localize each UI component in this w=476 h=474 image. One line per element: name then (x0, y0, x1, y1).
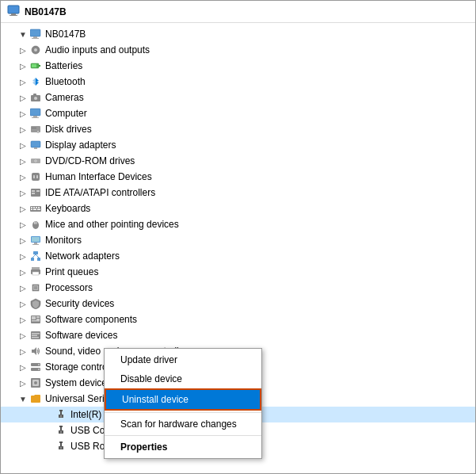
tree-security[interactable]: ▷ Security devices (1, 296, 475, 312)
ctx-update-driver[interactable]: Update driver (105, 350, 261, 369)
tree-batteries[interactable]: ▷ Batteries (1, 58, 475, 74)
display-expand[interactable]: ▷ (17, 139, 29, 151)
monitors-expand[interactable]: ▷ (17, 234, 29, 247)
device-tree[interactable]: ▼ NB0147B ▷ Audio inputs and outputs ▷ B… (1, 23, 475, 473)
softdev-label: Software devices (45, 330, 117, 341)
processor-icon (29, 281, 42, 294)
network-label: Network adapters (45, 250, 120, 262)
tree-softcomp[interactable]: ▷ Software components (1, 312, 475, 327)
tree-audio[interactable]: ▷ Audio inputs and outputs (1, 42, 475, 58)
svg-rect-23 (34, 147, 37, 149)
usb-root-icon (55, 440, 67, 453)
tree-dvd[interactable]: ▷ DVD/CD-ROM drives (1, 153, 475, 169)
tree-ide[interactable]: ▷ IDE ATA/ATAPI controllers (1, 185, 475, 201)
sound-expand[interactable]: ▷ (17, 345, 29, 357)
usb-com-icon (55, 424, 67, 437)
softcomp-icon (29, 313, 42, 326)
security-expand[interactable]: ▷ (17, 297, 29, 310)
svg-rect-4 (33, 36, 37, 38)
svg-rect-84 (59, 442, 63, 443)
svg-rect-62 (32, 316, 36, 319)
svg-rect-60 (34, 286, 37, 289)
computer-icon (7, 4, 20, 19)
ctx-disable-device[interactable]: Disable device (105, 369, 261, 388)
usb-device-icon (55, 408, 67, 421)
network-icon (29, 250, 42, 262)
dvd-expand[interactable]: ▷ (17, 155, 29, 167)
root-icon (29, 28, 42, 40)
ctx-scan-changes[interactable]: Scan for hardware changes (105, 415, 261, 434)
disk-expand[interactable]: ▷ (17, 123, 29, 136)
svg-rect-3 (30, 29, 40, 36)
usb-root-expand: ▷ (42, 440, 55, 453)
ide-label: IDE ATA/ATAPI controllers (45, 187, 155, 198)
tree-cameras[interactable]: ▷ Cameras (1, 90, 475, 105)
softdev-expand[interactable]: ▷ (17, 329, 29, 342)
monitor-icon (29, 234, 42, 247)
tree-disk[interactable]: ▷ Disk drives (1, 121, 475, 137)
hid-icon (29, 170, 42, 183)
svg-point-80 (60, 415, 63, 418)
tree-mice[interactable]: ▷ Mice and other pointing devices (1, 216, 475, 232)
tree-processors[interactable]: ▷ Processors (1, 280, 475, 296)
mice-expand[interactable]: ▷ (17, 218, 29, 231)
svg-rect-49 (32, 244, 39, 245)
tree-keyboards[interactable]: ▷ Keyboards (1, 201, 475, 216)
svg-rect-16 (30, 109, 40, 116)
audio-icon (29, 44, 42, 56)
bluetooth-label: Bluetooth (45, 76, 86, 87)
svg-rect-32 (32, 193, 35, 194)
svg-point-74 (38, 369, 40, 370)
svg-rect-2 (10, 15, 17, 16)
svg-point-7 (34, 48, 37, 52)
tree-monitors[interactable]: ▷ Monitors (1, 232, 475, 248)
audio-expand[interactable]: ▷ (17, 44, 29, 56)
svg-rect-51 (31, 258, 34, 261)
tree-print[interactable]: ▷ Print queues (1, 264, 475, 280)
bluetooth-expand[interactable]: ▷ (17, 75, 29, 88)
batteries-expand[interactable]: ▷ (17, 59, 29, 72)
softcomp-expand[interactable]: ▷ (17, 313, 29, 326)
cameras-expand[interactable]: ▷ (17, 91, 29, 104)
dvd-icon (29, 155, 42, 167)
svg-rect-18 (32, 117, 39, 118)
tree-display[interactable]: ▷ Display adapters (1, 137, 475, 153)
svg-rect-36 (33, 207, 35, 208)
svg-rect-39 (31, 209, 32, 211)
tree-hid[interactable]: ▷ Human Interface Devices (1, 169, 475, 185)
tree-bluetooth[interactable]: ▷ Bluetooth (1, 74, 475, 90)
svg-rect-17 (33, 116, 37, 117)
ctx-properties[interactable]: Properties (105, 438, 261, 457)
svg-rect-78 (59, 410, 63, 411)
computer-expand[interactable]: ▷ (17, 107, 29, 120)
svg-rect-40 (33, 209, 36, 211)
network-expand[interactable]: ▷ (17, 250, 29, 262)
processors-label: Processors (45, 282, 93, 293)
storage-expand[interactable]: ▷ (17, 361, 29, 373)
keyboards-expand[interactable]: ▷ (17, 202, 29, 215)
mouse-icon (29, 218, 42, 231)
svg-point-14 (34, 97, 38, 101)
root-expand[interactable]: ▼ (17, 28, 29, 40)
svg-rect-85 (60, 443, 62, 446)
usb-expand[interactable]: ▼ (17, 392, 29, 405)
tree-computer[interactable]: ▷ Computer (1, 105, 475, 121)
svg-rect-68 (32, 335, 37, 337)
security-label: Security devices (45, 298, 114, 309)
ide-expand[interactable]: ▷ (17, 186, 29, 199)
tree-softdev[interactable]: ▷ Software devices (1, 327, 475, 343)
print-expand[interactable]: ▷ (17, 266, 29, 278)
svg-rect-10 (32, 64, 36, 67)
tree-network[interactable]: ▷ Network adapters (1, 248, 475, 264)
processors-expand[interactable]: ▷ (17, 281, 29, 294)
svg-rect-28 (33, 175, 35, 178)
security-icon (29, 297, 42, 310)
svg-rect-5 (32, 38, 39, 39)
cameras-label: Cameras (45, 92, 84, 103)
display-icon (29, 139, 42, 151)
svg-rect-81 (59, 426, 63, 427)
sysdev-expand[interactable]: ▷ (17, 377, 29, 389)
tree-root[interactable]: ▼ NB0147B (1, 26, 475, 42)
ctx-uninstall-device[interactable]: Uninstall device (105, 388, 261, 411)
hid-expand[interactable]: ▷ (17, 170, 29, 183)
